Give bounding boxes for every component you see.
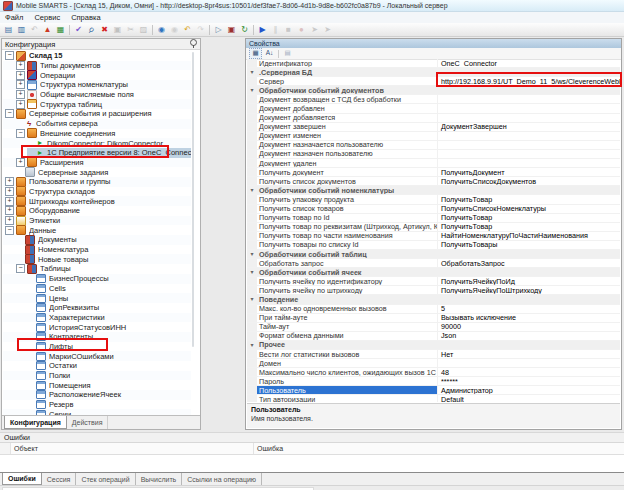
property-row[interactable]: Получить товар по IdПолучитьТовар xyxy=(247,214,620,223)
tree-item[interactable]: DikomConnector: DikomConnector xyxy=(3,138,191,148)
tab-ошибки[interactable]: Ошибки xyxy=(2,473,42,485)
save-icon[interactable]: ▤ xyxy=(2,24,15,36)
upload-to-server-icon[interactable]: ▲ xyxy=(41,24,54,36)
property-value[interactable]: ПолучитьТовар xyxy=(438,223,620,231)
tree-item[interactable]: +Штрихкоды контейнеров xyxy=(3,196,191,206)
expand-toggle-icon[interactable]: + xyxy=(16,100,25,109)
tree-item[interactable]: Новые товары xyxy=(3,254,191,264)
property-value[interactable]: ****** xyxy=(438,377,620,385)
property-row[interactable]: Получить ячейку по идентификаторуПолучит… xyxy=(247,277,620,286)
tree-item[interactable]: ДопРеквизиты xyxy=(3,303,191,313)
tree-item[interactable]: +Этикетки xyxy=(3,216,191,226)
tree-item[interactable]: +Операции xyxy=(3,70,191,80)
property-row[interactable]: Получить упаковку продуктаПолучитьТовар xyxy=(247,195,620,204)
property-value[interactable] xyxy=(438,141,620,149)
tree-item[interactable]: Полки xyxy=(3,371,191,381)
tree-item[interactable]: РасположениеЯчеек xyxy=(3,390,191,400)
tree-item[interactable]: Остатки xyxy=(3,361,191,371)
collapse-arrow-icon[interactable]: ▾ xyxy=(247,250,257,258)
tree-item[interactable]: Характеристики xyxy=(3,313,191,323)
property-value[interactable] xyxy=(438,132,620,140)
tree-item[interactable]: +Типы документов xyxy=(3,61,191,71)
property-row[interactable]: Документ назначается пользователю xyxy=(247,141,620,150)
property-row[interactable]: Документ возвращен с ТСД без обработки xyxy=(247,95,620,104)
property-value[interactable]: ПолучитьЯчейкуПоИд xyxy=(438,277,620,285)
property-row[interactable]: Домен xyxy=(247,359,620,368)
property-row[interactable]: Документ добавляется xyxy=(247,114,620,123)
property-value[interactable] xyxy=(438,359,620,367)
expand-toggle-icon[interactable]: + xyxy=(16,80,25,89)
tab-actions[interactable]: Действия xyxy=(67,416,109,429)
property-value[interactable]: НайтиНоменклатуруПоЧастиНаименования xyxy=(438,232,620,240)
property-value[interactable] xyxy=(438,159,620,167)
menu-file[interactable]: Файл xyxy=(5,13,23,22)
property-category-row[interactable]: ▾Обработчики событий ячеек xyxy=(247,268,620,277)
property-row[interactable]: Получить товар по реквизитам (Штрихкод, … xyxy=(247,223,620,232)
property-value[interactable]: ПолучитьСписокНоменклатуры xyxy=(438,205,620,213)
property-row[interactable]: Получить список документовПолучитьСписок… xyxy=(247,177,620,186)
undo-history-icon[interactable]: ↶ xyxy=(181,24,194,36)
property-category-row[interactable]: ▾Прочее xyxy=(247,341,620,350)
menu-service[interactable]: Сервис xyxy=(34,13,60,22)
navigate-back-icon[interactable]: ◉ xyxy=(155,24,168,36)
property-row[interactable]: Документ добавлен xyxy=(247,104,620,113)
property-value[interactable]: ПолучитьТовар xyxy=(438,195,620,203)
pin-icon[interactable] xyxy=(190,39,197,46)
tab-configuration[interactable]: Конфигурация xyxy=(4,416,67,429)
property-value[interactable]: Администратор xyxy=(438,386,620,394)
expand-toggle-icon[interactable]: − xyxy=(5,109,14,118)
tree-item[interactable]: Документы xyxy=(3,235,191,245)
property-row[interactable]: Обработать запросОбработатьЗапрос xyxy=(247,259,620,268)
property-row[interactable]: Тип авторизацииDefault xyxy=(247,395,620,402)
tree-item[interactable]: Резерв xyxy=(3,400,191,410)
errors-column-error[interactable]: Ошибка xyxy=(254,443,624,454)
tree-item[interactable]: −Склад 15 xyxy=(3,51,191,61)
property-value[interactable] xyxy=(438,114,620,122)
expand-toggle-icon[interactable]: + xyxy=(5,206,14,215)
start-debug-icon[interactable]: ▷ xyxy=(212,24,225,36)
property-value[interactable]: ПолучитьЯчейкуПоШтрихкоду xyxy=(438,286,620,294)
property-row[interactable]: Серверhttp://192.168.9.91/UT_Demo_11_5/w… xyxy=(247,77,620,86)
export-excel-icon[interactable]: ▦ xyxy=(54,24,67,36)
property-value[interactable]: 48 xyxy=(438,368,620,376)
property-row[interactable]: Получить товар по части наименованияНайт… xyxy=(247,232,620,241)
tree-item[interactable]: −Внешние соединения xyxy=(3,129,191,139)
deploy-icon[interactable]: ▣ xyxy=(225,24,238,36)
tree-item[interactable]: Цены xyxy=(3,293,191,303)
tree-item[interactable]: 1С Предприятие версии 8: OneC_Connector xyxy=(3,148,191,158)
property-row[interactable]: Макс. кол-во одновременных вызовов5 xyxy=(247,305,620,314)
property-value[interactable]: ОбработатьЗапрос xyxy=(438,259,620,267)
refresh-config-icon[interactable]: ↻ xyxy=(238,24,251,36)
tree-item[interactable]: ИсторияСтатусовИНН xyxy=(3,322,191,332)
property-value[interactable]: 90000 xyxy=(438,323,620,331)
property-value[interactable]: Default xyxy=(438,395,620,402)
tree-item[interactable]: МаркиСОшибками xyxy=(3,351,191,361)
property-row[interactable]: Формат обмена даннымиJson xyxy=(247,332,620,341)
property-row[interactable]: При тайм-аутеВызывать исключение xyxy=(247,314,620,323)
collapse-arrow-icon[interactable]: ▾ xyxy=(247,295,257,303)
tree-item[interactable]: Лифты xyxy=(3,342,191,352)
tree-item[interactable]: События сервера xyxy=(3,119,191,129)
expand-toggle-icon[interactable]: + xyxy=(5,187,14,196)
property-value[interactable] xyxy=(438,104,620,112)
property-row[interactable]: Документ назначен пользователю xyxy=(247,150,620,159)
property-row[interactable]: Вести лог статистики вызововНет xyxy=(247,350,620,359)
tree-item[interactable]: Контрагенты xyxy=(3,332,191,342)
expand-toggle-icon[interactable]: + xyxy=(5,197,14,206)
property-row[interactable]: Получить список товаровПолучитьСписокНом… xyxy=(247,205,620,214)
tree-scrollbar[interactable] xyxy=(192,52,194,347)
tree-item[interactable]: Помещения xyxy=(3,380,191,390)
property-category-row[interactable]: ▾Обработчики событий номенклатуры xyxy=(247,186,620,195)
property-value[interactable]: 5 xyxy=(438,305,620,313)
expand-toggle-icon[interactable]: + xyxy=(16,71,25,80)
tree-item[interactable]: −Серверные события и расширения xyxy=(3,109,191,119)
property-value[interactable]: Нет xyxy=(438,350,620,358)
property-row[interactable]: Пароль****** xyxy=(247,377,620,386)
property-category-row[interactable]: ▾.Серверная БД xyxy=(247,68,620,77)
property-value[interactable]: ДокументЗавершен xyxy=(438,123,620,131)
property-row[interactable]: Получить ячейку по штрихкодуПолучитьЯчей… xyxy=(247,286,620,295)
tree-item[interactable]: Cells xyxy=(3,284,191,294)
property-value[interactable]: http://192.168.9.91/UT_Demo_11_5/ws/Clev… xyxy=(438,77,620,85)
tree-item[interactable]: Номенклатура xyxy=(3,245,191,255)
tree-item[interactable]: +Структура номенклатуры xyxy=(3,80,191,90)
